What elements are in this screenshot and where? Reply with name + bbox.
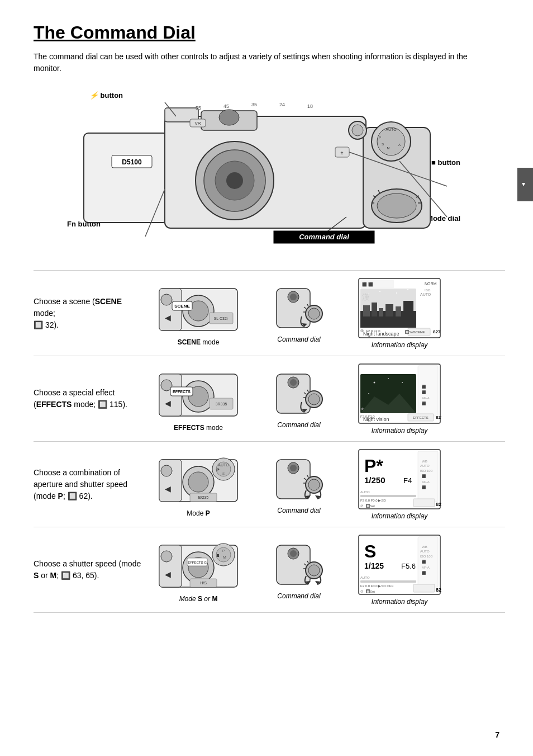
svg-text:⬛ ⬛: ⬛ ⬛ (362, 282, 373, 287)
p-dial-cell: Command dial (251, 454, 346, 514)
svg-rect-170 (413, 499, 435, 507)
svg-text:ISO 100: ISO 100 (420, 469, 433, 472)
svg-text:⬛: ⬛ (422, 401, 426, 406)
svg-text:S: S (222, 472, 225, 475)
svg-text:AUTO: AUTO (360, 576, 370, 579)
svg-text:ISO 100: ISO 100 (420, 555, 433, 558)
svg-text:P: P (216, 467, 220, 472)
feature-row-sm: Choose a shutter speed (mode S or M; 🔲 6… (34, 527, 505, 613)
svg-point-8 (226, 172, 243, 189)
sm-info-cell: S NORM WB AUTO ISO 100 ⬛ AF-A ⬛ 1/125 F5… (352, 534, 447, 606)
svg-text:⬛: ⬛ (422, 385, 426, 389)
svg-point-50 (161, 294, 172, 305)
svg-text:3R335: 3R335 (216, 402, 227, 406)
svg-text:WB: WB (422, 460, 427, 463)
svg-point-117 (388, 378, 389, 379)
svg-point-104 (308, 394, 320, 405)
flash-button-label: ⚡ button (89, 91, 123, 100)
svg-text:🔲Set: 🔲Set (405, 330, 414, 334)
svg-text:⑦: ⑦ (360, 590, 363, 593)
svg-text:55: 55 (196, 105, 201, 111)
svg-text:⬛: ⬛ (422, 474, 426, 479)
svg-text:24: 24 (279, 102, 285, 107)
scene-info-cell: ⬛ ⬛ NORM ISO AUTO (352, 277, 447, 349)
svg-text:AF-A: AF-A (422, 396, 430, 400)
p-desc: Choose a combination of aperture and shu… (34, 467, 145, 502)
svg-text:SCENE: SCENE (413, 330, 425, 334)
p-info-label: Information display (372, 512, 428, 520)
svg-point-191 (308, 565, 320, 576)
effects-cam-label: EFFECTS mode (174, 424, 223, 432)
scene-dial-cell: Command dial (251, 283, 346, 343)
svg-text:⬛: ⬛ (422, 560, 426, 564)
svg-text:1/250: 1/250 (364, 475, 386, 485)
svg-text:🔲Set: 🔲Set (366, 504, 375, 508)
svg-point-10 (219, 110, 239, 125)
svg-text:AUTO: AUTO (218, 463, 229, 467)
svg-text:AUTO: AUTO (420, 464, 430, 467)
p-info-cell: P* NORM WB AUTO ISO 100 ⬛ AF-A ⬛ 1/250 F… (352, 448, 447, 520)
svg-text:B/235: B/235 (198, 495, 208, 499)
svg-text:827: 827 (436, 587, 441, 593)
svg-point-147 (308, 479, 320, 490)
sm-dial-cell: Command dial (251, 540, 346, 600)
sm-desc: Choose a shutter speed (mode S or M; 🔲 6… (34, 558, 145, 582)
scene-info-label: Information display (372, 341, 428, 349)
camera-top-diagram: ⚡ button Fn button ■ button Mode dial (34, 86, 505, 264)
svg-rect-214 (413, 584, 435, 592)
svg-text:P: P (222, 549, 225, 552)
svg-rect-122 (418, 366, 438, 416)
svg-text:F5.6: F5.6 (401, 562, 416, 570)
svg-point-154 (290, 465, 297, 471)
svg-text:EFFECTS: EFFECTS (173, 390, 191, 394)
effects-desc: Choose a special effect (EFFECTS mode; 🔲… (34, 387, 145, 410)
effects-dial-label: Command dial (277, 421, 320, 429)
svg-text:M: M (387, 147, 390, 150)
svg-text:AF-A: AF-A (422, 480, 430, 484)
svg-text:Command dial: Command dial (299, 233, 349, 241)
svg-text:±: ± (341, 150, 344, 155)
svg-text:EFFECTS G: EFFECTS G (188, 561, 207, 564)
svg-point-118 (402, 382, 403, 383)
svg-point-13 (377, 127, 405, 155)
p-camera-cell: AUTO P S ◀ B/235 Mode P (151, 451, 246, 517)
svg-text:18: 18 (307, 103, 313, 109)
svg-point-83 (407, 289, 408, 290)
svg-text:⑤: ⑤ (360, 329, 364, 333)
svg-text:▶: ▶ (521, 182, 526, 187)
intro-paragraph: The command dial can be used with other … (34, 51, 492, 74)
feature-row-p: Choose a combination of aperture and shu… (34, 441, 505, 527)
scene-desc: Choose a scene (SCENE mode;🔲 32). (34, 296, 145, 331)
svg-rect-78 (396, 306, 401, 316)
svg-text:F2.0 F2.0: F2.0 F2.0 (360, 415, 375, 418)
effects-camera-cell: EFFECTS ◀ 3R335 EFFECTS mode (151, 366, 246, 432)
scene-cam-label: SCENE mode (178, 338, 220, 346)
svg-text:★: ★ (360, 407, 364, 412)
effects-info-label: Information display (372, 427, 428, 434)
svg-point-136 (161, 465, 172, 476)
svg-text:漢: 漢 (362, 292, 370, 301)
svg-text:S: S (382, 143, 384, 146)
features-table: Choose a scene (SCENE mode;🔲 32). SCENE … (34, 270, 505, 613)
svg-text:1/125: 1/125 (364, 561, 384, 570)
svg-text:AUTO: AUTO (386, 127, 397, 131)
svg-text:AUTO: AUTO (420, 292, 431, 296)
effects-dial-cell: Command dial (251, 368, 346, 429)
svg-point-198 (290, 550, 297, 557)
svg-text:M: M (223, 555, 226, 559)
page-number: 7 (495, 730, 499, 739)
svg-text:F4: F4 (403, 476, 412, 485)
svg-rect-212 (360, 580, 416, 583)
svg-point-65 (290, 294, 297, 300)
svg-text:D5100: D5100 (122, 158, 142, 166)
svg-rect-133 (159, 460, 182, 502)
svg-point-59 (308, 308, 320, 319)
svg-rect-175 (159, 545, 182, 587)
page-tab: ▶ (517, 168, 533, 201)
svg-point-178 (161, 551, 172, 562)
svg-text:35: 35 (251, 102, 257, 107)
svg-rect-76 (379, 308, 383, 316)
svg-point-116 (374, 382, 375, 384)
feature-row-scene: Choose a scene (SCENE mode;🔲 32). SCENE … (34, 270, 505, 356)
scene-dial-label: Command dial (277, 336, 320, 343)
